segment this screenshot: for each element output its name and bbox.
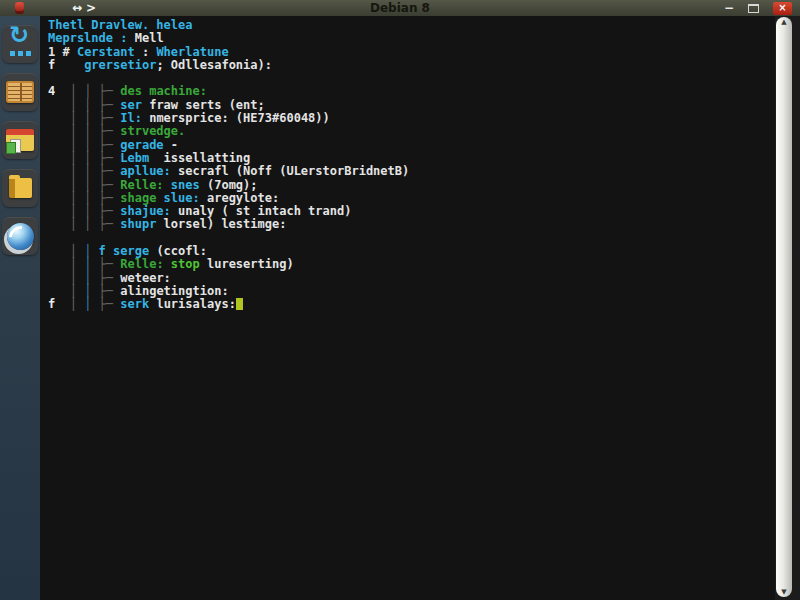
code-line: f │ │ ├─ serk lurisalays:: [48, 298, 775, 311]
code-line: 4 │ │ ├─ des machine:: [48, 85, 775, 98]
scroll-up-icon[interactable]: ▲: [781, 17, 786, 27]
code-line: Meprslnde : Mell: [48, 32, 775, 45]
launcher-item-web-browser[interactable]: [2, 217, 38, 255]
text-cursor: [236, 298, 243, 310]
terminal-content[interactable]: Thetl Dravlew. heleaMeprslnde : Mell1 # …: [40, 16, 775, 312]
code-line: 1 # Cerstant : Wherlatune: [48, 46, 775, 59]
folder-icon: [9, 178, 32, 198]
code-line: │ │ ├─ gerade -: [48, 139, 775, 152]
updater-icon: [5, 29, 35, 59]
code-line: │ │ ├─ shupr lorsel) lestimge:: [48, 218, 775, 231]
code-line: Thetl Dravlew. helea: [48, 19, 775, 32]
code-line: │ │ ├─ Relle: snes (7omg);: [48, 179, 775, 192]
browser-icon: [7, 223, 34, 250]
news-icon: [6, 81, 34, 103]
code-line: │ │ ├─ Relle: stop lureserting): [48, 258, 775, 271]
launcher-item-file-manager[interactable]: [2, 121, 38, 159]
code-line: │ │ ├─ apllue: secrafl (Noff (ULerstorBr…: [48, 165, 775, 178]
terminal-window: Thetl Dravlew. heleaMeprslnde : Mell1 # …: [40, 16, 775, 600]
code-line: │ │ ├─ weteer:: [48, 272, 775, 285]
window-titlebar: ↔ > Debian 8 − ×: [0, 0, 800, 16]
launcher-item-software-updater[interactable]: [2, 25, 38, 63]
launcher-item-news-reader[interactable]: [2, 73, 38, 111]
launcher-item-folder[interactable]: [2, 169, 38, 207]
code-line: │ │ ├─ strvedge.: [48, 125, 775, 138]
launcher-sidebar: [0, 16, 40, 600]
window-title: Debian 8: [0, 1, 800, 15]
file-manager-icon: [6, 129, 34, 151]
code-line: f grersetior; Odllesafonia):: [48, 59, 775, 72]
scrollbar[interactable]: ▲ ▼: [776, 17, 792, 597]
scroll-down-icon[interactable]: ▼: [781, 587, 786, 597]
